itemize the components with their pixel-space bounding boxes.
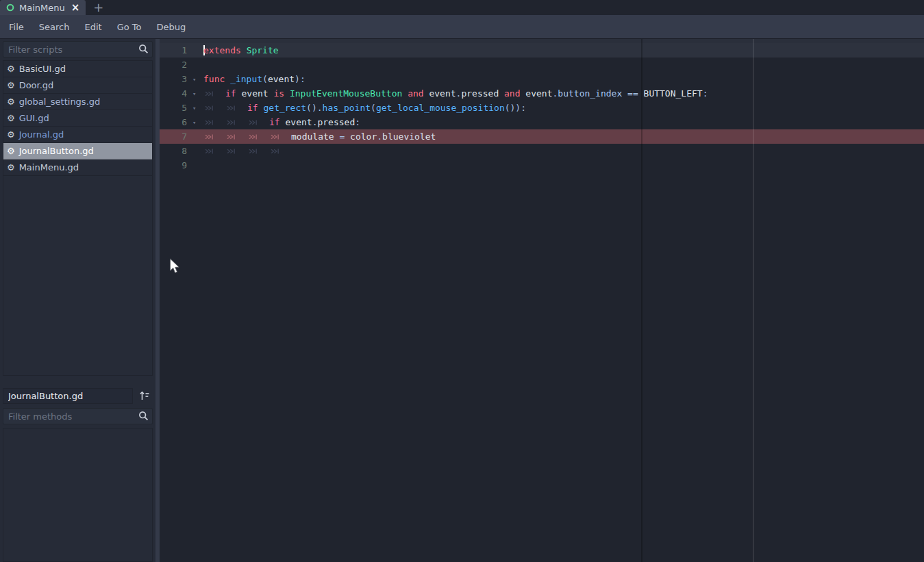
code-token: get_rect <box>263 103 306 113</box>
script-name-field[interactable] <box>3 388 133 404</box>
filter-scripts-box <box>3 41 153 58</box>
code-token: color <box>345 131 377 142</box>
code-line-3[interactable]: 3▾func _input(event): <box>160 72 924 86</box>
code-token: : <box>703 88 708 99</box>
code-token: event <box>280 117 312 127</box>
code-token: event <box>424 88 456 99</box>
search-icon <box>138 44 149 54</box>
tab-indent-icon <box>269 148 291 155</box>
code-editor[interactable]: 1extends Sprite23▾func _input(event):4▾i… <box>160 39 924 562</box>
filter-methods-input[interactable] <box>3 408 153 424</box>
fold-icon[interactable]: ▾ <box>192 119 203 126</box>
sort-methods-button[interactable] <box>136 388 153 404</box>
new-tab-button[interactable]: + <box>93 0 103 15</box>
script-item-label: GUI.gd <box>19 113 49 123</box>
tab-indent-icon <box>247 133 269 140</box>
code-token: extends <box>203 45 241 55</box>
tab-indent-icon <box>203 105 225 112</box>
line-number: 4 <box>160 88 192 99</box>
gear-icon: ⚙ <box>7 114 15 123</box>
tab-indent-icon <box>247 148 269 155</box>
tab-indent-icon <box>203 148 225 155</box>
code-token: has_point <box>323 103 371 113</box>
menu-search[interactable]: Search <box>32 22 77 32</box>
code-token: ): <box>295 74 305 84</box>
tab-indent-icon <box>247 119 269 126</box>
script-item-gui-gd[interactable]: ⚙GUI.gd <box>3 110 152 127</box>
current-script-row <box>3 388 153 404</box>
code-token: = <box>339 131 345 142</box>
code-line-5[interactable]: 5▾if get_rect().has_point(get_local_mous… <box>160 101 924 115</box>
code-token <box>402 88 408 99</box>
code-token: pressed <box>317 117 355 127</box>
tab-mainmenu[interactable]: MainMenu × <box>0 0 86 15</box>
line-number: 8 <box>160 146 192 156</box>
script-item-mainmenu-gd[interactable]: ⚙MainMenu.gd <box>3 159 152 176</box>
menu-debug[interactable]: Debug <box>149 22 193 32</box>
line-number: 2 <box>160 60 192 70</box>
tab-indent-icon <box>203 119 225 126</box>
code-token: InputEventMouseButton <box>290 88 402 99</box>
script-status-icon <box>6 3 14 12</box>
script-item-label: Door.gd <box>19 80 54 90</box>
menu-bar: FileSearchEditGo ToDebug <box>0 15 924 39</box>
script-item-label: BasicUI.gd <box>19 64 66 74</box>
code-token: event <box>236 88 274 99</box>
code-token: BUTTON_LEFT <box>638 88 703 99</box>
script-item-label: global_settings.gd <box>19 97 101 107</box>
code-line-1[interactable]: 1extends Sprite <box>160 43 924 58</box>
tab-close-icon[interactable]: × <box>71 3 80 13</box>
line-number: 7 <box>160 131 192 142</box>
tab-indent-icon <box>225 148 247 155</box>
gear-icon: ⚙ <box>7 81 15 90</box>
fold-icon[interactable]: ▾ <box>192 76 203 83</box>
script-item-label: Journal.gd <box>19 129 64 140</box>
code-token: modulate <box>291 131 334 142</box>
tab-indent-icon <box>225 133 247 140</box>
filter-scripts-input[interactable] <box>3 41 153 58</box>
code-token: : <box>355 117 360 127</box>
line-number: 1 <box>160 45 192 55</box>
code-token <box>622 88 627 99</box>
code-line-4[interactable]: 4▾if event is InputEventMouseButton and … <box>160 86 924 101</box>
script-item-door-gd[interactable]: ⚙Door.gd <box>3 77 152 94</box>
menu-go-to[interactable]: Go To <box>110 22 149 32</box>
menu-file[interactable]: File <box>1 22 32 32</box>
code-line-7[interactable]: 7modulate = color.blueviolet <box>160 129 924 144</box>
search-icon <box>138 411 149 421</box>
code-token: and <box>504 88 520 99</box>
code-token: event <box>521 88 553 99</box>
code-line-8[interactable]: 8 <box>160 144 924 158</box>
tab-indent-icon <box>225 119 247 126</box>
code-token <box>225 74 230 84</box>
code-token: . <box>312 117 318 127</box>
code-token: . <box>553 88 558 99</box>
code-token <box>499 88 504 99</box>
main-area: ⚙BasicUI.gd⚙Door.gd⚙global_settings.gd⚙G… <box>0 39 924 562</box>
code-token: pressed <box>461 88 499 99</box>
code-token: button_index <box>558 88 622 99</box>
filter-methods-box <box>3 408 153 424</box>
code-token: event <box>268 74 295 84</box>
code-token: blueviolet <box>382 131 436 142</box>
code-token <box>334 131 340 142</box>
script-item-basicui-gd[interactable]: ⚙BasicUI.gd <box>3 61 152 77</box>
fold-icon[interactable]: ▾ <box>192 90 203 97</box>
code-line-9[interactable]: 9 <box>160 158 924 173</box>
script-item-journalbutton-gd[interactable]: ⚙JournalButton.gd <box>3 143 152 159</box>
tab-indent-icon <box>269 133 291 140</box>
code-token: == <box>627 88 638 99</box>
line-number: 9 <box>160 160 192 170</box>
line-number: 6 <box>160 117 192 127</box>
code-line-2[interactable]: 2 <box>160 58 924 72</box>
code-line-6[interactable]: 6▾if event.pressed: <box>160 115 924 129</box>
fold-icon[interactable]: ▾ <box>192 105 203 112</box>
menu-edit[interactable]: Edit <box>77 22 109 32</box>
gear-icon: ⚙ <box>7 64 15 73</box>
code-token: func <box>203 74 225 84</box>
script-item-label: MainMenu.gd <box>19 162 79 173</box>
code-token <box>241 45 247 55</box>
script-item-global-settings-gd[interactable]: ⚙global_settings.gd <box>3 94 152 110</box>
script-item-journal-gd[interactable]: ⚙Journal.gd <box>3 127 152 143</box>
code-token: ( <box>262 74 268 84</box>
